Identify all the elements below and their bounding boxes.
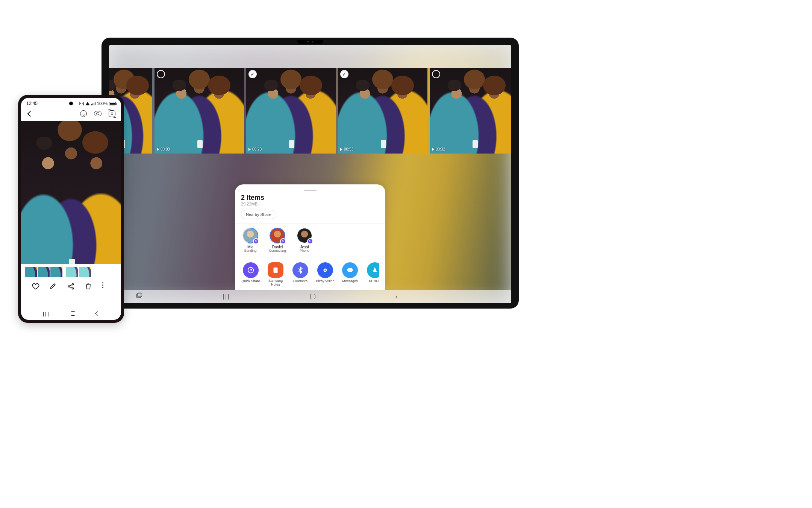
share-app-penup[interactable]: PENUP bbox=[365, 262, 379, 287]
tablet-system-nav: ||| ‹ bbox=[109, 290, 511, 303]
battery-percent: 100% bbox=[97, 101, 108, 106]
gallery-shortcut-icon[interactable] bbox=[135, 292, 143, 301]
svg-point-12 bbox=[72, 283, 74, 285]
signal-icon bbox=[91, 102, 95, 105]
nearby-share-chip[interactable]: Nearby Share bbox=[241, 210, 276, 219]
video-thumbnail[interactable]: ✓ 00:20 bbox=[246, 68, 336, 154]
svg-point-5 bbox=[348, 269, 349, 270]
phone-system-nav: ||| bbox=[21, 307, 121, 320]
video-thumbnail[interactable]: 00:09 bbox=[155, 68, 244, 154]
share-button[interactable] bbox=[67, 282, 75, 291]
share-apps-row[interactable]: Quick Share Samsung Notes Bluetooth bbox=[241, 262, 379, 287]
svg-point-7 bbox=[351, 269, 351, 270]
home-button[interactable] bbox=[71, 311, 75, 316]
photo-viewer-toolbar bbox=[21, 108, 121, 121]
avatar-progress-ring: ↻ bbox=[270, 228, 285, 243]
penup-icon bbox=[367, 262, 379, 278]
gallery-video-row: 00:09 ✓ 00:20 ✓ 00:53 00:32 bbox=[109, 68, 511, 154]
view-details-icon[interactable] bbox=[94, 110, 102, 117]
wifi-icon bbox=[85, 102, 90, 105]
share-contact[interactable]: ↻ Jessi Phone bbox=[295, 228, 314, 253]
battery-icon bbox=[109, 102, 116, 105]
auto-remaster-icon[interactable] bbox=[80, 110, 87, 117]
share-app-quick-share[interactable]: Quick Share bbox=[241, 262, 261, 287]
photo-filmstrip[interactable] bbox=[21, 264, 121, 278]
filmstrip-group[interactable] bbox=[25, 267, 62, 277]
quickshare-badge-icon: ↻ bbox=[307, 238, 313, 244]
svg-point-13 bbox=[72, 287, 74, 289]
samsung-notes-icon bbox=[268, 262, 283, 278]
edit-button[interactable] bbox=[49, 282, 58, 291]
share-app-bixby-vision[interactable]: Bixby Vision bbox=[315, 262, 335, 287]
bixby-vision-icon bbox=[317, 262, 333, 278]
status-time: 12:45 bbox=[26, 101, 38, 106]
tablet-top-bar-spacer bbox=[109, 45, 511, 68]
selection-checkbox-checked[interactable]: ✓ bbox=[340, 70, 348, 78]
divider bbox=[235, 257, 385, 257]
recents-button[interactable]: ||| bbox=[223, 294, 230, 300]
back-button[interactable]: ‹ bbox=[395, 293, 397, 301]
divider bbox=[235, 224, 385, 224]
quickshare-badge-icon: ↻ bbox=[280, 238, 286, 244]
svg-point-6 bbox=[350, 269, 350, 270]
svg-rect-1 bbox=[274, 267, 278, 273]
share-sheet[interactable]: 2 items 29.22MB Nearby Share ↻ Mia Sendi… bbox=[235, 184, 385, 290]
play-icon bbox=[432, 148, 434, 151]
bluetooth-icon bbox=[292, 262, 308, 278]
svg-point-11 bbox=[68, 286, 70, 287]
play-icon bbox=[248, 148, 251, 151]
video-duration-badge: 00:32 bbox=[432, 147, 445, 151]
bixby-vision-icon[interactable] bbox=[108, 110, 116, 117]
tablet-device-frame: 00:09 ✓ 00:20 ✓ 00:53 00:32 2 items 29.2 bbox=[102, 38, 519, 309]
svg-rect-9 bbox=[136, 294, 141, 298]
contact-status: Phone bbox=[300, 249, 309, 253]
delete-button[interactable] bbox=[85, 282, 93, 291]
contact-status: Sending bbox=[244, 249, 256, 253]
svg-rect-10 bbox=[138, 293, 142, 297]
avatar-progress-ring: ↻ bbox=[242, 228, 258, 243]
messages-icon bbox=[342, 262, 358, 278]
phone-screen: 12:45 100% bbox=[21, 98, 121, 320]
photo-viewer-main[interactable] bbox=[21, 121, 121, 264]
quick-share-icon bbox=[243, 262, 259, 278]
selection-checkbox-checked[interactable]: ✓ bbox=[248, 70, 257, 78]
quickshare-badge-icon: ↻ bbox=[253, 238, 259, 244]
share-contact[interactable]: ↻ Daniel Connecting bbox=[268, 228, 287, 253]
filmstrip-group[interactable] bbox=[66, 267, 91, 277]
phone-device-frame: 12:45 100% bbox=[18, 95, 124, 323]
share-contacts-row: ↻ Mia Sending ↻ Daniel Connecting bbox=[241, 228, 379, 257]
share-app-messages[interactable]: Messages bbox=[340, 262, 360, 287]
drag-handle[interactable] bbox=[304, 190, 317, 191]
more-button[interactable] bbox=[102, 282, 111, 291]
video-duration-badge: 00:09 bbox=[157, 147, 170, 151]
share-contact[interactable]: ↻ Mia Sending bbox=[241, 228, 260, 253]
favorite-button[interactable] bbox=[32, 282, 40, 291]
video-duration-badge: 00:20 bbox=[248, 147, 262, 151]
selection-checkbox[interactable] bbox=[157, 70, 165, 78]
home-button[interactable] bbox=[310, 294, 315, 299]
photo-action-bar bbox=[21, 278, 121, 293]
svg-point-3 bbox=[324, 269, 326, 271]
phone-front-camera bbox=[69, 102, 73, 105]
share-app-bluetooth[interactable]: Bluetooth bbox=[291, 262, 310, 287]
avatar-ring: ↻ bbox=[297, 228, 312, 243]
tablet-screen: 00:09 ✓ 00:20 ✓ 00:53 00:32 2 items 29.2 bbox=[109, 45, 511, 303]
play-icon bbox=[340, 148, 342, 151]
recents-button[interactable]: ||| bbox=[43, 311, 50, 316]
back-icon[interactable] bbox=[26, 110, 34, 117]
share-app-samsung-notes[interactable]: Samsung Notes bbox=[266, 262, 285, 287]
video-thumbnail[interactable]: ✓ 00:53 bbox=[338, 68, 427, 154]
share-sheet-size: 29.22MB bbox=[241, 202, 379, 206]
video-duration-badge: 00:53 bbox=[340, 147, 353, 151]
play-icon bbox=[157, 148, 159, 151]
back-button[interactable] bbox=[96, 312, 99, 315]
svg-point-0 bbox=[248, 267, 254, 273]
tablet-camera-notch bbox=[297, 40, 323, 44]
share-sheet-title: 2 items bbox=[241, 194, 379, 202]
nfc-icon bbox=[79, 102, 84, 105]
selection-checkbox[interactable] bbox=[432, 70, 440, 78]
contact-status: Connecting bbox=[269, 249, 286, 253]
video-thumbnail[interactable]: 00:32 bbox=[430, 68, 511, 154]
